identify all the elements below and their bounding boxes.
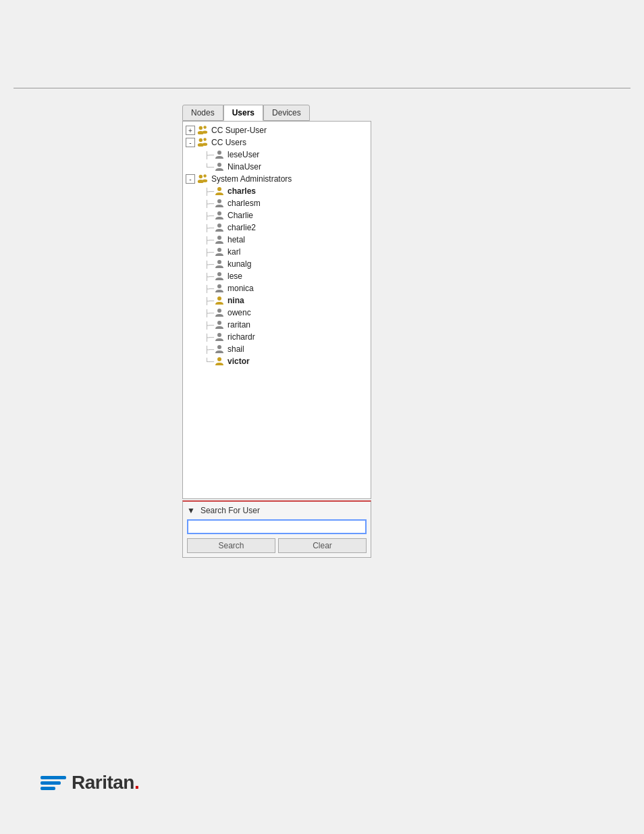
- connector-raritan: ├─: [205, 321, 214, 329]
- tree-item-raritan[interactable]: ├─ raritan: [183, 319, 371, 331]
- tab-users[interactable]: Users: [223, 105, 263, 121]
- svg-point-26: [217, 333, 221, 337]
- tree-item-hetal[interactable]: ├─ hetal: [183, 234, 371, 246]
- search-input[interactable]: [187, 519, 367, 534]
- tree-item-kunalg[interactable]: ├─ kunalg: [183, 258, 371, 270]
- label-leseuser: leseUser: [227, 150, 259, 159]
- user-icon-ninauser: [214, 161, 225, 172]
- search-triangle-icon: ▼: [187, 506, 195, 515]
- tree-item-ninauser[interactable]: └─ NinaUser: [183, 161, 371, 173]
- tree-item-shail[interactable]: ├─ shail: [183, 343, 371, 355]
- user-icon-victor: [214, 356, 225, 367]
- label-system-admins: System Administrators: [211, 174, 292, 184]
- label-owenc: owenc: [227, 308, 251, 317]
- tree-panel: + CC Super-User -: [182, 121, 371, 499]
- tree-item-charlie2[interactable]: ├─ charlie2: [183, 221, 371, 234]
- tab-devices[interactable]: Devices: [263, 105, 310, 121]
- label-raritan: raritan: [227, 320, 250, 330]
- svg-point-17: [217, 224, 221, 228]
- connector-charles: ├─: [205, 188, 214, 195]
- tree-item-richardr[interactable]: ├─ richardr: [183, 331, 371, 343]
- connector-charlesm: ├─: [205, 200, 214, 207]
- tree-item-charles[interactable]: ├─ charles: [183, 185, 371, 197]
- user-icon-lese: [214, 271, 225, 282]
- panel-wrapper: Nodes Users Devices + CC Super-User: [182, 105, 371, 558]
- connector-karl: ├─: [205, 249, 214, 256]
- group-icon-cc-super-user: [196, 125, 209, 136]
- tree-item-cc-users[interactable]: - CC Users: [183, 136, 371, 149]
- svg-point-9: [217, 163, 221, 167]
- svg-point-16: [217, 211, 221, 215]
- tree-item-owenc[interactable]: ├─ owenc: [183, 307, 371, 319]
- raritan-line-2: [41, 781, 61, 785]
- user-icon-owenc: [214, 307, 225, 318]
- connector-monica: ├─: [205, 285, 214, 292]
- svg-point-22: [217, 284, 221, 288]
- expand-icon-cc-users[interactable]: -: [186, 138, 195, 147]
- user-icon-karl: [214, 246, 225, 257]
- svg-point-24: [217, 309, 221, 313]
- label-monica: monica: [227, 284, 254, 293]
- search-button[interactable]: Search: [187, 538, 275, 553]
- page-container: Nodes Users Devices + CC Super-User: [0, 0, 644, 834]
- svg-point-4: [199, 138, 203, 142]
- label-hetal: hetal: [227, 235, 245, 244]
- label-karl: karl: [227, 247, 240, 257]
- connector-ninauser: └─: [205, 163, 214, 171]
- tree-item-cc-super-user[interactable]: + CC Super-User: [183, 124, 371, 136]
- svg-point-0: [199, 126, 203, 130]
- expand-icon-cc-super-user[interactable]: +: [186, 126, 195, 135]
- user-icon-monica: [214, 283, 225, 294]
- user-icon-nina: [214, 295, 225, 306]
- expand-icon-system-admins[interactable]: -: [186, 174, 195, 184]
- user-icon-shail: [214, 344, 225, 355]
- user-icon-hetal: [214, 234, 225, 245]
- tree-item-karl[interactable]: ├─ karl: [183, 246, 371, 258]
- clear-button[interactable]: Clear: [278, 538, 367, 553]
- connector-victor: └─: [205, 358, 214, 365]
- label-lese: lese: [227, 271, 242, 281]
- group-icon-system-admins: [196, 174, 209, 184]
- svg-point-19: [217, 248, 221, 252]
- tab-nodes[interactable]: Nodes: [182, 105, 223, 121]
- connector-charlie2: ├─: [205, 224, 214, 232]
- tab-bar: Nodes Users Devices: [182, 105, 371, 121]
- search-for-user-text: Search For User: [200, 506, 260, 515]
- connector-nina: ├─: [205, 297, 214, 305]
- svg-point-7: [203, 143, 207, 146]
- tree-item-lese[interactable]: ├─ lese: [183, 270, 371, 282]
- tree-item-victor[interactable]: └─ victor: [183, 355, 371, 367]
- tree-item-leseuser[interactable]: ├─ leseUser: [183, 149, 371, 161]
- svg-point-10: [199, 175, 203, 178]
- label-victor: victor: [227, 357, 250, 366]
- search-buttons: Search Clear: [187, 538, 367, 553]
- user-icon-raritan: [214, 319, 225, 330]
- label-charlie: Charlie: [227, 211, 253, 220]
- user-icon-charles: [214, 186, 225, 197]
- tree-item-nina[interactable]: ├─ nina: [183, 294, 371, 307]
- tree-item-charlesm[interactable]: ├─ charlesm: [183, 197, 371, 209]
- raritan-period: .: [134, 772, 139, 793]
- connector-charlie: ├─: [205, 212, 214, 219]
- svg-point-21: [217, 272, 221, 276]
- user-icon-leseuser: [214, 149, 225, 160]
- connector-lese: ├─: [205, 273, 214, 280]
- label-shail: shail: [227, 344, 244, 354]
- user-icon-kunalg: [214, 259, 225, 269]
- connector-shail: ├─: [205, 346, 214, 353]
- raritan-logo: Raritan.: [41, 772, 139, 793]
- connector-richardr: ├─: [205, 334, 214, 341]
- tree-item-system-admins[interactable]: - System Administrators: [183, 173, 371, 185]
- user-icon-richardr: [214, 332, 225, 342]
- svg-point-3: [203, 131, 207, 134]
- svg-point-20: [217, 260, 221, 264]
- label-cc-users: CC Users: [211, 138, 246, 147]
- svg-point-25: [217, 321, 221, 325]
- tree-item-monica[interactable]: ├─ monica: [183, 282, 371, 294]
- connector-hetal: ├─: [205, 236, 214, 244]
- label-cc-super-user: CC Super-User: [211, 126, 267, 135]
- label-richardr: richardr: [227, 332, 255, 342]
- svg-point-13: [203, 180, 207, 182]
- svg-point-23: [217, 296, 221, 301]
- tree-item-charlie[interactable]: ├─ Charlie: [183, 209, 371, 221]
